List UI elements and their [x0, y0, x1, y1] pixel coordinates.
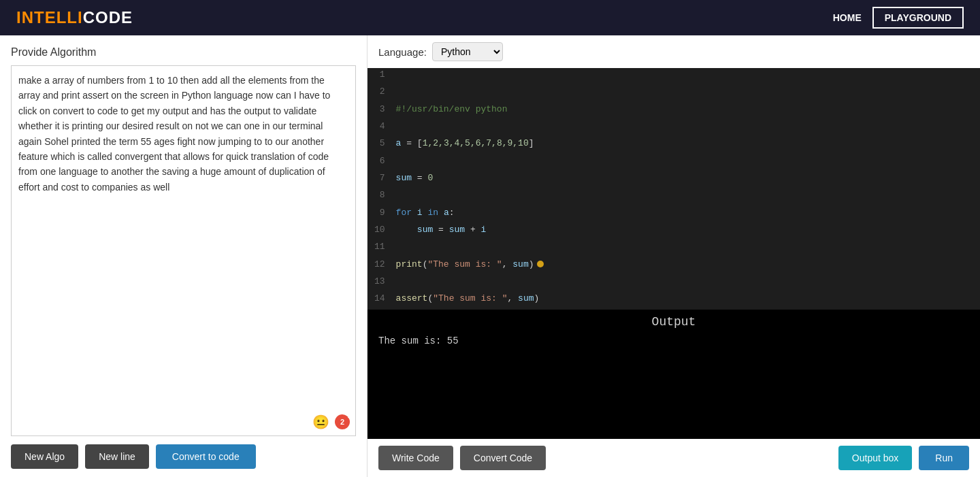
right-panel: Language: Python JavaScript Java C++ C# … [368, 35, 980, 477]
nav: HOME PLAYGROUND [833, 7, 964, 29]
convert-code-button[interactable]: Convert Code [460, 446, 546, 470]
logo-intelli: INTELLI [16, 8, 83, 27]
run-button[interactable]: Run [919, 446, 969, 470]
new-algo-button[interactable]: New Algo [11, 444, 78, 469]
code-line-9: 9 for i in a: [368, 206, 980, 223]
code-line-5: 5 a = [1,2,3,4,5,6,7,8,9,10] [368, 137, 980, 154]
new-line-button[interactable]: New line [85, 444, 149, 469]
code-line-3: 3 #!/usr/bin/env python [368, 103, 980, 120]
code-editor[interactable]: 1 2 3 #!/usr/bin/env python 4 5 a = [368, 68, 980, 310]
code-line-2: 2 [368, 85, 980, 102]
output-title: Output [378, 315, 969, 329]
output-text: The sum is: 55 [378, 335, 969, 346]
language-select[interactable]: Python JavaScript Java C++ C# Go Ruby [432, 42, 503, 61]
main-content: Provide Algorithm make a array of number… [0, 35, 980, 477]
code-line-14: 14 assert("The sum is: ", sum) [368, 292, 980, 310]
left-panel: Provide Algorithm make a array of number… [0, 35, 368, 477]
provide-algo-title: Provide Algorithm [11, 46, 356, 59]
algo-textarea-wrapper: make a array of numbers from 1 to 10 the… [11, 65, 356, 436]
left-buttons: New Algo New line Convert to code [11, 436, 356, 477]
right-buttons-left: Write Code Convert Code [378, 446, 546, 470]
output-box-button[interactable]: Output box [838, 446, 913, 470]
algo-textarea[interactable]: make a array of numbers from 1 to 10 the… [12, 66, 355, 435]
header: INTELLICODE HOME PLAYGROUND [0, 0, 980, 35]
code-line-11: 11 [368, 240, 980, 257]
logo: INTELLICODE [16, 8, 133, 27]
language-label: Language: [378, 46, 427, 58]
code-line-1: 1 [368, 68, 980, 85]
output-section: Output The sum is: 55 [368, 310, 980, 439]
notification-badge[interactable]: 2 [335, 414, 350, 429]
emoji-icon[interactable]: 😐 [312, 414, 329, 430]
code-line-6: 6 [368, 154, 980, 171]
code-line-10: 10 sum = sum + i [368, 223, 980, 240]
code-line-12: 12 print("The sum is: ", sum) [368, 258, 980, 275]
right-buttons-right: Output box Run [838, 446, 969, 470]
language-bar: Language: Python JavaScript Java C++ C# … [368, 35, 980, 68]
convert-to-code-button[interactable]: Convert to code [156, 444, 256, 469]
nav-playground-link[interactable]: PLAYGROUND [872, 7, 964, 29]
right-buttons: Write Code Convert Code Output box Run [368, 439, 980, 477]
nav-home-link[interactable]: HOME [833, 12, 862, 23]
textarea-footer: 😐 2 [312, 414, 350, 430]
write-code-button[interactable]: Write Code [378, 446, 453, 470]
code-line-7: 7 sum = 0 [368, 171, 980, 188]
code-line-8: 8 [368, 188, 980, 205]
logo-code: CODE [83, 8, 133, 27]
code-line-4: 4 [368, 120, 980, 137]
code-lines: 1 2 3 #!/usr/bin/env python 4 5 a = [368, 68, 980, 310]
cursor-dot [537, 261, 544, 267]
code-line-13: 13 [368, 275, 980, 292]
